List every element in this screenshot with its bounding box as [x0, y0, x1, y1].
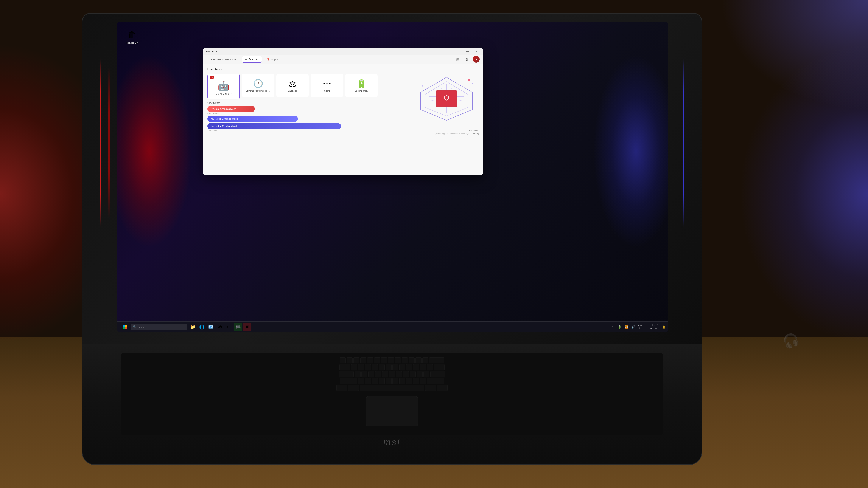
clock-date: 04/15/2024: [646, 327, 657, 330]
balance-icon: ⚖: [289, 80, 296, 88]
taskbar-app-game[interactable]: 🎮: [234, 323, 242, 331]
avatar-img: ●: [475, 58, 477, 61]
svg-line-10: [457, 100, 464, 101]
extreme-performance-card[interactable]: 🕐 Extreme Performance ⓘ: [242, 74, 274, 97]
gpu-note: (*Switching GPU modes will require syste…: [208, 133, 479, 135]
balanced-label: Balanced: [288, 90, 297, 92]
settings-icon: ⚙: [465, 57, 469, 62]
screen-bezel: 🗑 Recycle Bin MSI Center — ✕ ⟳: [117, 22, 668, 332]
tab-features[interactable]: ◈ Features: [242, 56, 261, 63]
support-icon: ❓: [267, 58, 270, 61]
language-badge[interactable]: ENGUK: [638, 324, 642, 330]
windows-logo-icon: [123, 325, 127, 329]
scenario-cards-grid: 🕐 Extreme Performance ⓘ ⚖ Balanced: [242, 74, 378, 99]
window-content: User Scenario: [203, 64, 483, 175]
svg-line-9: [429, 100, 436, 101]
user-avatar[interactable]: ●: [473, 56, 480, 63]
taskbar-app-store[interactable]: 🛍: [216, 323, 224, 331]
svg-point-14: [472, 83, 473, 85]
tab-features-label: Features: [248, 58, 258, 61]
tray-network[interactable]: 📶: [624, 324, 629, 330]
super-battery-label: Super Battery: [355, 90, 368, 92]
tab-hardware-label: Hardware Monitoring: [213, 58, 237, 61]
taskbar-search[interactable]: 🔍 Search: [131, 324, 187, 330]
chip-illustration: ⬡: [416, 75, 477, 123]
msi-center-taskbar-icon[interactable]: 🖥: [243, 323, 251, 331]
silent-label: Silent: [324, 90, 330, 92]
close-button[interactable]: ✕: [472, 48, 480, 55]
battery-icon: 🔋: [356, 80, 367, 88]
taskbar-app-mail[interactable]: 📧: [207, 323, 215, 331]
svg-text:⬡: ⬡: [444, 95, 449, 101]
lid-accent-left2: [108, 67, 110, 218]
recycle-bin-icon[interactable]: 🗑 Recycle Bin: [123, 29, 141, 44]
mshybrid-gpu-button[interactable]: MSHybrid Graphics Mode: [208, 116, 298, 122]
ambient-right: [739, 43, 868, 345]
minimize-button[interactable]: —: [463, 48, 472, 55]
svg-point-13: [468, 79, 470, 81]
msi-logo: msi: [383, 437, 401, 447]
svg-rect-17: [125, 325, 127, 327]
waves-icon: 〰: [323, 80, 331, 88]
wallpaper-glow-right: [593, 55, 668, 248]
discrete-gpu-button[interactable]: Discrete Graphics Mode: [208, 106, 255, 112]
laptop-base: msi: [82, 345, 702, 465]
gpu-row-labels: Performance Battery Life: [208, 129, 479, 132]
ambient-top-right: [696, 0, 868, 129]
taskbar-app-folder[interactable]: 📁: [189, 323, 197, 331]
tray-volume[interactable]: 🔊: [631, 324, 636, 330]
lid-accent-left: [100, 57, 101, 229]
silent-card[interactable]: 〰 Silent: [311, 74, 343, 97]
ai-badge: AI: [210, 76, 214, 79]
recycle-bin-img: 🗑: [126, 29, 138, 41]
features-icon: ◈: [245, 58, 247, 61]
hardware-monitoring-icon: ⟳: [210, 58, 212, 61]
user-scenario-label: User Scenario: [208, 68, 479, 71]
laptop-lid: 🗑 Recycle Bin MSI Center — ✕ ⟳: [82, 13, 702, 353]
taskbar-app-settings[interactable]: ⚙: [225, 323, 233, 331]
info-icon: ⓘ: [268, 89, 270, 93]
settings-button[interactable]: ⚙: [463, 56, 471, 64]
svg-line-6: [451, 86, 453, 90]
system-tray: ^ 🔋 📶 🔊 ENGUK 13:57 04/15/2024 🔔: [610, 324, 666, 330]
ai-card-label: MSI AI Engine ↗: [216, 93, 231, 95]
msi-center-window: MSI Center — ✕ ⟳ Hardware Monitoring ◈ F…: [203, 48, 483, 175]
ai-icon: 🤖: [218, 82, 229, 91]
search-icon: 🔍: [133, 325, 136, 328]
taskbar-app-icons: 📁 🌐 📧 🛍 ⚙ 🎮 🖥: [189, 323, 251, 331]
svg-line-5: [440, 86, 442, 90]
gauge-icon: 🕐: [253, 79, 263, 88]
recycle-bin-label: Recycle Bin: [123, 41, 141, 44]
start-button[interactable]: [121, 323, 129, 331]
gpu-battery-text: Battery Life: [468, 130, 478, 132]
grid-icon: ⊞: [456, 57, 459, 62]
tray-battery[interactable]: 🔋: [617, 324, 622, 330]
extreme-label: Extreme Performance ⓘ: [246, 89, 270, 93]
keyboard-area: [121, 353, 663, 435]
svg-point-15: [422, 85, 424, 87]
window-controls: — ✕: [463, 48, 480, 55]
balanced-card[interactable]: ⚖ Balanced: [276, 74, 309, 97]
trackpad[interactable]: [366, 396, 418, 426]
super-battery-card[interactable]: 🔋 Super Battery: [345, 74, 378, 97]
tray-chevron[interactable]: ^: [610, 324, 615, 330]
search-placeholder: Search: [137, 326, 145, 328]
tab-bar: ⟳ Hardware Monitoring ◈ Features ❓ Suppo…: [203, 55, 483, 64]
integrated-gpu-button[interactable]: Integrated Graphics Mode: [208, 123, 341, 129]
lid-accent-right: [683, 57, 684, 229]
tab-actions: ⊞ ⚙ ●: [454, 56, 480, 64]
taskbar-app-edge[interactable]: 🌐: [198, 323, 206, 331]
laptop: 🗑 Recycle Bin MSI Center — ✕ ⟳: [82, 13, 702, 465]
integrated-option[interactable]: Integrated Graphics Mode: [208, 123, 479, 129]
ai-engine-card[interactable]: AI 🤖 MSI AI Engine ↗: [208, 74, 240, 99]
svg-rect-18: [123, 327, 125, 329]
wallpaper-glow-left: [117, 55, 192, 248]
tab-support[interactable]: ❓ Support: [264, 57, 283, 62]
svg-rect-16: [123, 325, 125, 327]
notification-icon[interactable]: 🔔: [661, 324, 666, 330]
grid-view-button[interactable]: ⊞: [454, 56, 462, 64]
window-title: MSI Center: [206, 50, 218, 53]
tab-hardware-monitoring[interactable]: ⟳ Hardware Monitoring: [207, 57, 240, 62]
taskbar-clock[interactable]: 13:57 04/15/2024: [644, 324, 659, 330]
gpu-perf-text: Performance: [208, 130, 219, 132]
